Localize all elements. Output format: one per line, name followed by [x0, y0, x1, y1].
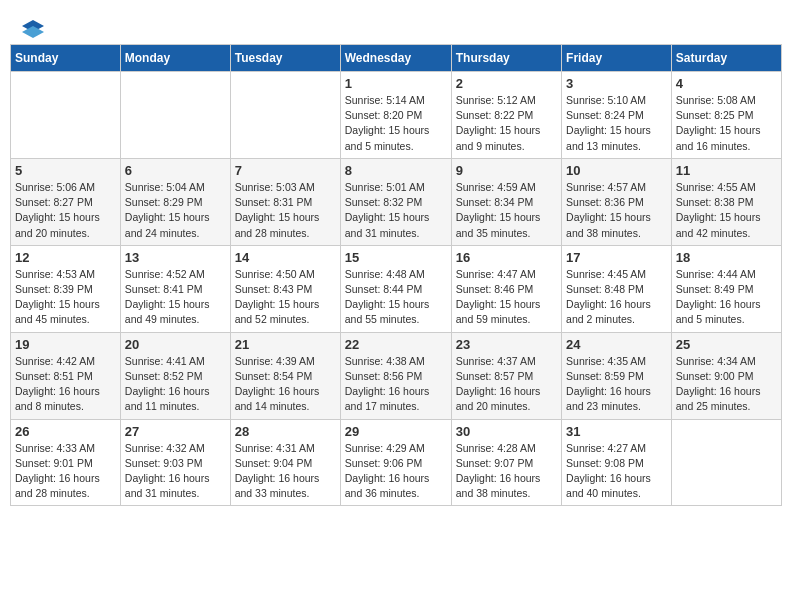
calendar-cell: 16Sunrise: 4:47 AMSunset: 8:46 PMDayligh…	[451, 245, 561, 332]
day-info: Sunrise: 4:38 AM	[345, 354, 447, 369]
day-info: Daylight: 15 hours and 24 minutes.	[125, 210, 226, 240]
day-header-monday: Monday	[120, 45, 230, 72]
day-info: Daylight: 16 hours and 5 minutes.	[676, 297, 777, 327]
day-info: Daylight: 15 hours and 35 minutes.	[456, 210, 557, 240]
calendar-cell: 28Sunrise: 4:31 AMSunset: 9:04 PMDayligh…	[230, 419, 340, 506]
day-info: Sunset: 8:24 PM	[566, 108, 667, 123]
day-info: Sunset: 8:25 PM	[676, 108, 777, 123]
calendar-cell: 24Sunrise: 4:35 AMSunset: 8:59 PMDayligh…	[562, 332, 672, 419]
day-info: Sunrise: 4:50 AM	[235, 267, 336, 282]
day-info: Daylight: 16 hours and 11 minutes.	[125, 384, 226, 414]
day-info: Daylight: 15 hours and 38 minutes.	[566, 210, 667, 240]
day-info: Sunset: 9:04 PM	[235, 456, 336, 471]
day-number: 31	[566, 424, 667, 439]
day-info: Sunrise: 4:53 AM	[15, 267, 116, 282]
calendar-cell: 7Sunrise: 5:03 AMSunset: 8:31 PMDaylight…	[230, 158, 340, 245]
day-info: Daylight: 16 hours and 23 minutes.	[566, 384, 667, 414]
day-info: Sunrise: 4:52 AM	[125, 267, 226, 282]
day-info: Daylight: 15 hours and 42 minutes.	[676, 210, 777, 240]
calendar-cell: 22Sunrise: 4:38 AMSunset: 8:56 PMDayligh…	[340, 332, 451, 419]
day-info: Sunset: 8:59 PM	[566, 369, 667, 384]
day-info: Daylight: 15 hours and 31 minutes.	[345, 210, 447, 240]
calendar-cell: 27Sunrise: 4:32 AMSunset: 9:03 PMDayligh…	[120, 419, 230, 506]
calendar-cell: 23Sunrise: 4:37 AMSunset: 8:57 PMDayligh…	[451, 332, 561, 419]
day-info: Daylight: 16 hours and 38 minutes.	[456, 471, 557, 501]
day-info: Sunrise: 4:44 AM	[676, 267, 777, 282]
calendar-cell: 29Sunrise: 4:29 AMSunset: 9:06 PMDayligh…	[340, 419, 451, 506]
calendar-cell: 2Sunrise: 5:12 AMSunset: 8:22 PMDaylight…	[451, 72, 561, 159]
calendar-week-3: 12Sunrise: 4:53 AMSunset: 8:39 PMDayligh…	[11, 245, 782, 332]
day-number: 26	[15, 424, 116, 439]
day-info: Daylight: 16 hours and 25 minutes.	[676, 384, 777, 414]
calendar-cell: 4Sunrise: 5:08 AMSunset: 8:25 PMDaylight…	[671, 72, 781, 159]
day-info: Sunrise: 5:03 AM	[235, 180, 336, 195]
day-info: Sunrise: 4:59 AM	[456, 180, 557, 195]
day-info: Sunset: 8:44 PM	[345, 282, 447, 297]
day-info: Daylight: 16 hours and 14 minutes.	[235, 384, 336, 414]
day-number: 30	[456, 424, 557, 439]
calendar-cell: 15Sunrise: 4:48 AMSunset: 8:44 PMDayligh…	[340, 245, 451, 332]
day-number: 6	[125, 163, 226, 178]
day-number: 19	[15, 337, 116, 352]
day-info: Daylight: 16 hours and 33 minutes.	[235, 471, 336, 501]
day-number: 5	[15, 163, 116, 178]
day-info: Daylight: 15 hours and 9 minutes.	[456, 123, 557, 153]
day-info: Daylight: 16 hours and 8 minutes.	[15, 384, 116, 414]
day-number: 4	[676, 76, 777, 91]
day-info: Sunrise: 5:10 AM	[566, 93, 667, 108]
day-info: Sunrise: 4:37 AM	[456, 354, 557, 369]
calendar-cell: 21Sunrise: 4:39 AMSunset: 8:54 PMDayligh…	[230, 332, 340, 419]
day-info: Sunrise: 5:01 AM	[345, 180, 447, 195]
calendar-cell: 6Sunrise: 5:04 AMSunset: 8:29 PMDaylight…	[120, 158, 230, 245]
calendar-table: SundayMondayTuesdayWednesdayThursdayFrid…	[10, 44, 782, 506]
day-info: Daylight: 15 hours and 16 minutes.	[676, 123, 777, 153]
logo-flag-icon	[22, 18, 44, 38]
day-info: Daylight: 16 hours and 2 minutes.	[566, 297, 667, 327]
day-info: Sunrise: 4:42 AM	[15, 354, 116, 369]
day-info: Sunrise: 4:32 AM	[125, 441, 226, 456]
day-info: Sunrise: 5:04 AM	[125, 180, 226, 195]
day-header-thursday: Thursday	[451, 45, 561, 72]
day-info: Sunset: 8:39 PM	[15, 282, 116, 297]
day-info: Sunset: 9:07 PM	[456, 456, 557, 471]
day-info: Sunrise: 4:29 AM	[345, 441, 447, 456]
calendar-cell: 30Sunrise: 4:28 AMSunset: 9:07 PMDayligh…	[451, 419, 561, 506]
day-number: 18	[676, 250, 777, 265]
day-info: Daylight: 15 hours and 49 minutes.	[125, 297, 226, 327]
day-info: Sunset: 9:03 PM	[125, 456, 226, 471]
day-info: Sunset: 8:27 PM	[15, 195, 116, 210]
day-number: 13	[125, 250, 226, 265]
day-info: Daylight: 16 hours and 28 minutes.	[15, 471, 116, 501]
day-info: Sunset: 9:08 PM	[566, 456, 667, 471]
day-info: Sunset: 8:46 PM	[456, 282, 557, 297]
calendar-cell	[230, 72, 340, 159]
calendar-cell: 3Sunrise: 5:10 AMSunset: 8:24 PMDaylight…	[562, 72, 672, 159]
day-info: Sunset: 8:43 PM	[235, 282, 336, 297]
day-info: Sunrise: 4:31 AM	[235, 441, 336, 456]
day-info: Sunrise: 4:35 AM	[566, 354, 667, 369]
calendar-cell	[671, 419, 781, 506]
day-info: Sunrise: 5:08 AM	[676, 93, 777, 108]
day-info: Sunset: 8:54 PM	[235, 369, 336, 384]
day-number: 1	[345, 76, 447, 91]
day-number: 22	[345, 337, 447, 352]
day-header-tuesday: Tuesday	[230, 45, 340, 72]
calendar-cell: 1Sunrise: 5:14 AMSunset: 8:20 PMDaylight…	[340, 72, 451, 159]
day-info: Sunset: 9:00 PM	[676, 369, 777, 384]
day-info: Daylight: 16 hours and 40 minutes.	[566, 471, 667, 501]
day-number: 14	[235, 250, 336, 265]
calendar-week-4: 19Sunrise: 4:42 AMSunset: 8:51 PMDayligh…	[11, 332, 782, 419]
day-info: Sunrise: 4:34 AM	[676, 354, 777, 369]
day-header-sunday: Sunday	[11, 45, 121, 72]
day-info: Sunrise: 4:41 AM	[125, 354, 226, 369]
day-info: Sunset: 8:52 PM	[125, 369, 226, 384]
day-info: Sunset: 8:36 PM	[566, 195, 667, 210]
day-info: Sunrise: 4:47 AM	[456, 267, 557, 282]
day-info: Daylight: 15 hours and 45 minutes.	[15, 297, 116, 327]
day-info: Sunset: 8:22 PM	[456, 108, 557, 123]
day-info: Daylight: 16 hours and 31 minutes.	[125, 471, 226, 501]
day-info: Sunrise: 4:39 AM	[235, 354, 336, 369]
day-info: Daylight: 15 hours and 13 minutes.	[566, 123, 667, 153]
day-number: 24	[566, 337, 667, 352]
day-header-wednesday: Wednesday	[340, 45, 451, 72]
